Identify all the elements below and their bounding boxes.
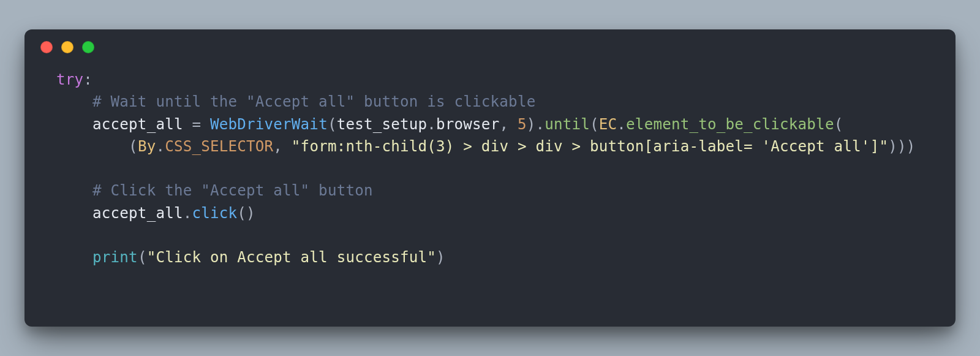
code-token — [183, 116, 192, 133]
code-token: By — [138, 138, 156, 155]
code-line: print("Click on Accept all successful") — [56, 246, 924, 268]
code-line: try: — [56, 69, 924, 91]
code-token: ( — [834, 116, 843, 133]
code-token — [56, 249, 92, 266]
code-token — [56, 205, 92, 222]
code-token — [282, 138, 292, 155]
code-token: ) — [436, 249, 445, 266]
code-token: () — [237, 205, 255, 222]
code-token — [56, 138, 129, 155]
code-token: ) — [527, 116, 536, 133]
code-token: ( — [138, 249, 147, 266]
code-token: accept_all — [92, 205, 183, 222]
code-token: ( — [590, 116, 599, 133]
code-window: try: # Wait until the "Accept all" butto… — [24, 29, 956, 327]
code-token: , — [499, 116, 508, 133]
code-token: WebDriverWait — [210, 116, 328, 133]
code-token: test_setup — [337, 116, 428, 133]
code-token: browser — [436, 116, 499, 133]
code-token: click — [192, 205, 237, 222]
code-token — [201, 116, 210, 133]
code-token: , — [273, 138, 282, 155]
code-token: try — [56, 71, 83, 88]
code-token: ))) — [888, 138, 915, 155]
code-token: print — [92, 249, 138, 266]
minimize-icon[interactable] — [61, 41, 74, 53]
code-token — [508, 116, 518, 133]
code-token — [56, 116, 92, 133]
zoom-icon[interactable] — [82, 41, 94, 53]
code-token: ( — [129, 138, 138, 155]
code-token: EC — [599, 116, 617, 133]
code-token: = — [192, 116, 201, 133]
code-token: . — [535, 116, 545, 133]
code-line — [56, 224, 924, 246]
code-line — [56, 157, 924, 180]
code-token: . — [427, 116, 436, 133]
code-token: . — [156, 138, 165, 155]
code-block: try: # Wait until the "Accept all" butto… — [24, 65, 956, 287]
code-token: # Wait until the "Accept all" button is … — [92, 93, 535, 110]
code-line: accept_all.click() — [56, 202, 924, 224]
code-token: accept_all — [92, 116, 183, 133]
code-token: element_to_be_clickable — [626, 116, 834, 133]
window-titlebar — [24, 29, 956, 65]
code-token: CSS_SELECTOR — [165, 138, 273, 155]
code-token: "form:nth-child(3) > div > div > button[… — [292, 138, 888, 155]
code-token: # Click the "Accept all" button — [92, 182, 373, 199]
code-line: # Wait until the "Accept all" button is … — [56, 91, 924, 113]
code-line: # Click the "Accept all" button — [56, 180, 924, 202]
code-token — [56, 182, 92, 199]
code-token: "Click on Accept all successful" — [147, 249, 436, 266]
code-token: 5 — [518, 116, 527, 133]
code-token: : — [83, 71, 92, 88]
code-token — [56, 93, 92, 110]
code-line: accept_all = WebDriverWait(test_setup.br… — [56, 113, 924, 135]
code-line: (By.CSS_SELECTOR, "form:nth-child(3) > d… — [56, 135, 924, 157]
close-icon[interactable] — [40, 41, 53, 53]
code-token: . — [617, 116, 626, 133]
code-token: until — [545, 116, 590, 133]
code-token: ( — [328, 116, 337, 133]
code-token: . — [183, 205, 192, 222]
